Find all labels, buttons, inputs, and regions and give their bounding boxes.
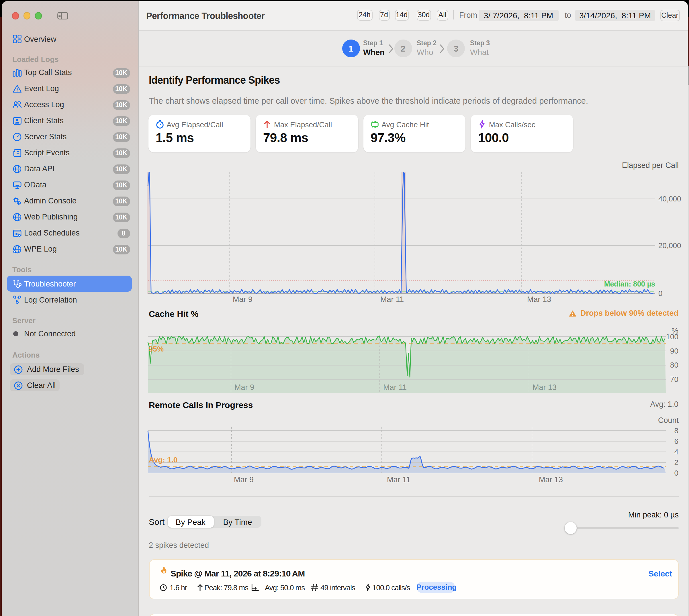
svg-text:70: 70 — [670, 375, 679, 383]
svg-text:Mar 13: Mar 13 — [533, 383, 557, 392]
svg-text:0: 0 — [658, 289, 662, 298]
svg-text:90: 90 — [670, 347, 679, 355]
svg-text:Mar 11: Mar 11 — [387, 475, 410, 484]
svg-text:2: 2 — [674, 458, 679, 467]
svg-text:Median: 800 µs: Median: 800 µs — [604, 280, 655, 288]
svg-text:Mar 13: Mar 13 — [539, 475, 563, 484]
svg-text:4: 4 — [674, 447, 679, 456]
svg-text:Mar 9: Mar 9 — [234, 475, 254, 484]
svg-text:Elapsed per Call: Elapsed per Call — [622, 161, 679, 170]
svg-text:6: 6 — [674, 437, 679, 445]
svg-text:Mar 9: Mar 9 — [233, 295, 253, 304]
svg-text:80: 80 — [670, 361, 679, 369]
svg-text:Count: Count — [658, 416, 679, 425]
svg-text:0: 0 — [674, 469, 679, 477]
svg-text:Mar 13: Mar 13 — [527, 295, 551, 304]
svg-text:Avg: 1.0: Avg: 1.0 — [149, 456, 177, 464]
svg-text:100: 100 — [666, 332, 679, 341]
svg-text:Mar 11: Mar 11 — [383, 383, 407, 392]
svg-text:Mar 11: Mar 11 — [380, 295, 404, 304]
svg-text:95%: 95% — [149, 345, 164, 353]
svg-text:8: 8 — [674, 426, 679, 435]
svg-text:Mar 9: Mar 9 — [234, 383, 254, 392]
svg-text:40,000: 40,000 — [658, 195, 681, 203]
svg-text:20,000: 20,000 — [658, 241, 681, 250]
